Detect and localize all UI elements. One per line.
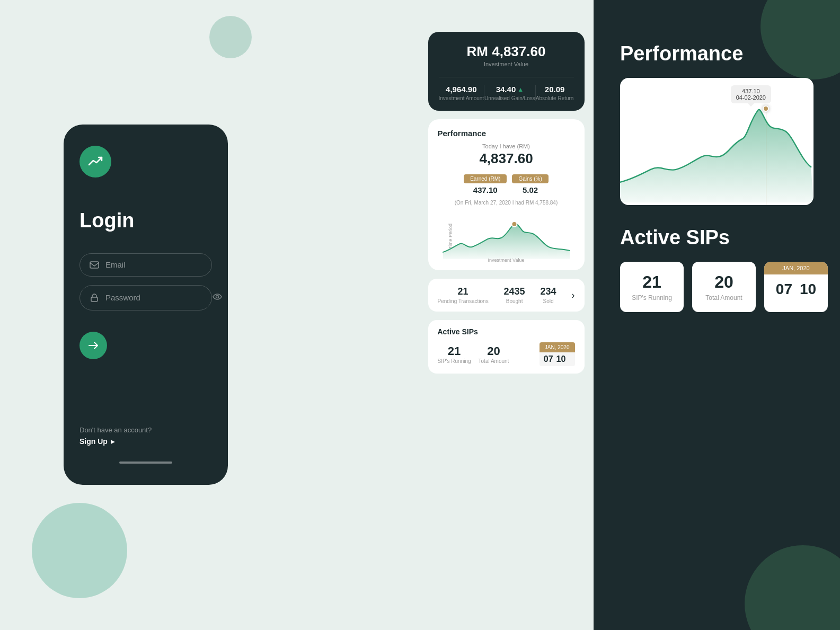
pending-val: 21 <box>438 286 489 297</box>
email-icon <box>90 260 99 270</box>
investment-main-amount: RM 4,837.60 <box>439 43 574 60</box>
middle-panel: RM 4,837.60 Investment Value 4,964.90 In… <box>419 0 594 630</box>
sip-total-stat: 20 Total Amount <box>479 344 509 364</box>
app-logo <box>79 146 111 178</box>
gains-badge: Gains (%) 5.02 <box>512 174 548 194</box>
login-footer: Don't have an account? Sign Up ▸ <box>79 426 212 451</box>
svg-point-2 <box>216 295 219 298</box>
sip-date-num2: 10 <box>556 354 566 364</box>
stat-absolute-return: 20.09 Absolute Return <box>536 85 574 101</box>
currency-label: RM <box>467 43 488 59</box>
chart-x-label: Investment Value <box>488 258 525 263</box>
gains-badge-label: Gains (%) <box>512 174 548 183</box>
trend-icon <box>88 154 103 169</box>
right-sip-date-card: JAN, 2020 07 10 <box>764 262 828 312</box>
performance-badges: Earned (RM) 437.10 Gains (%) 5.02 <box>438 174 575 194</box>
absolute-return-stat-val: 20.09 <box>536 85 574 94</box>
chart-tooltip-value: 437.10 <box>742 88 760 94</box>
left-panel: Login <box>0 0 419 630</box>
login-form <box>79 253 212 310</box>
sip-total-label: Total Amount <box>479 358 509 364</box>
investment-amount-stat-val: 4,964.90 <box>439 85 484 94</box>
right-sip-running-card: 21 SIP's Running <box>620 262 684 312</box>
sip-running-stat: 21 SIP's Running <box>438 344 471 364</box>
chart-peak-dot <box>763 105 769 112</box>
stat-unrealised: 34.40 ▲ Unrealised Gain/Loss <box>484 85 535 101</box>
email-input-wrap[interactable] <box>79 253 212 277</box>
bought-transactions: 2435 Bought <box>504 286 525 304</box>
sip-total-val: 20 <box>479 344 509 358</box>
arrow-right-icon <box>87 340 99 351</box>
active-sips-card: Active SIPs 21 SIP's Running 20 Total Am… <box>428 320 585 374</box>
signup-text: Sign Up <box>79 437 108 446</box>
right-sip-date-tag: JAN, 2020 <box>764 262 828 274</box>
today-value: 4,837.60 <box>438 150 575 167</box>
password-input-wrap[interactable] <box>79 285 212 310</box>
investment-amount-stat-label: Investment Amount <box>439 95 484 101</box>
absolute-return-stat-label: Absolute Return <box>536 95 574 101</box>
right-sips-title: Active SIPs <box>620 226 814 249</box>
investment-card: RM 4,837.60 Investment Value 4,964.90 In… <box>428 32 585 111</box>
transactions-arrow-icon[interactable]: › <box>571 290 574 301</box>
chart-y-label: Time Period <box>448 224 453 249</box>
password-input[interactable] <box>105 293 206 302</box>
performance-chart: Time Period Investment Value <box>438 210 575 263</box>
right-sip-running-val: 21 <box>630 272 674 292</box>
today-label: Today I have (RM) <box>438 143 575 149</box>
sip-running-label: SIP's Running <box>438 358 471 364</box>
investment-amount-value: 4,837.60 <box>492 43 545 59</box>
pending-label: Pending Transactions <box>438 298 489 304</box>
right-sip-total-val: 20 <box>702 272 746 292</box>
svg-point-4 <box>511 221 517 227</box>
performance-card-title: Performance <box>438 129 575 138</box>
no-account-text: Don't have an account? <box>79 426 212 434</box>
deco-circle-top <box>209 16 252 58</box>
lock-icon <box>90 293 99 303</box>
sip-date-num1: 07 <box>544 354 553 364</box>
right-sip-total-card: 20 Total Amount <box>692 262 756 312</box>
chart-tooltip: 437.10 04-02-2020 <box>731 85 771 103</box>
deco-circle-top-right <box>761 0 840 79</box>
home-indicator <box>119 462 172 464</box>
email-input[interactable] <box>105 260 206 269</box>
investment-value-label: Investment Value <box>439 61 574 67</box>
up-arrow-icon: ▲ <box>517 86 524 93</box>
earned-badge-label: Earned (RM) <box>464 174 507 183</box>
sip-date-tag: JAN, 2020 <box>540 342 575 352</box>
deco-circle-bottom-right <box>745 545 840 630</box>
sip-date-nums: 07 10 <box>540 352 575 366</box>
transactions-card: 21 Pending Transactions 2435 Bought 234 … <box>428 279 585 312</box>
performance-chart-svg <box>438 210 575 263</box>
unrealised-stat-label: Unrealised Gain/Loss <box>484 95 535 101</box>
sip-date-badge: JAN, 2020 07 10 <box>540 342 575 366</box>
earned-badge: Earned (RM) 437.10 <box>464 174 507 194</box>
big-chart-svg <box>620 78 814 205</box>
bought-val: 2435 <box>504 286 525 297</box>
deco-circle-bottom <box>32 503 127 598</box>
stat-investment-amount: 4,964.90 Investment Amount <box>439 85 484 101</box>
sips-row: 21 SIP's Running 20 Total Amount JAN, 20… <box>438 342 575 366</box>
svg-rect-1 <box>91 297 98 301</box>
login-card: Login <box>64 125 228 485</box>
login-title: Login <box>79 209 212 232</box>
right-sip-date-num1: 07 <box>776 281 792 298</box>
sold-label: Sold <box>541 298 556 304</box>
active-sips-title: Active SIPs <box>438 327 575 336</box>
unrealised-stat-val: 34.40 ▲ <box>484 85 535 94</box>
svg-rect-0 <box>90 262 99 268</box>
right-sip-total-label: Total Amount <box>702 294 746 301</box>
login-button[interactable] <box>79 332 107 359</box>
bought-label: Bought <box>504 298 525 304</box>
chart-vertical-line <box>766 109 766 205</box>
gains-badge-value: 5.02 <box>512 185 548 194</box>
sold-transactions: 234 Sold <box>541 286 556 304</box>
sold-val: 234 <box>541 286 556 297</box>
signup-arrow-icon: ▸ <box>111 437 114 446</box>
right-performance-title: Performance <box>620 42 814 65</box>
sip-running-val: 21 <box>438 344 471 358</box>
eye-icon[interactable] <box>213 292 222 304</box>
signup-link[interactable]: Sign Up ▸ <box>79 437 212 446</box>
investment-stats: 4,964.90 Investment Amount 34.40 ▲ Unrea… <box>439 77 574 101</box>
earned-badge-value: 437.10 <box>464 185 507 194</box>
performance-note: (On Fri, March 27, 2020 I had RM 4,758.8… <box>438 200 575 206</box>
